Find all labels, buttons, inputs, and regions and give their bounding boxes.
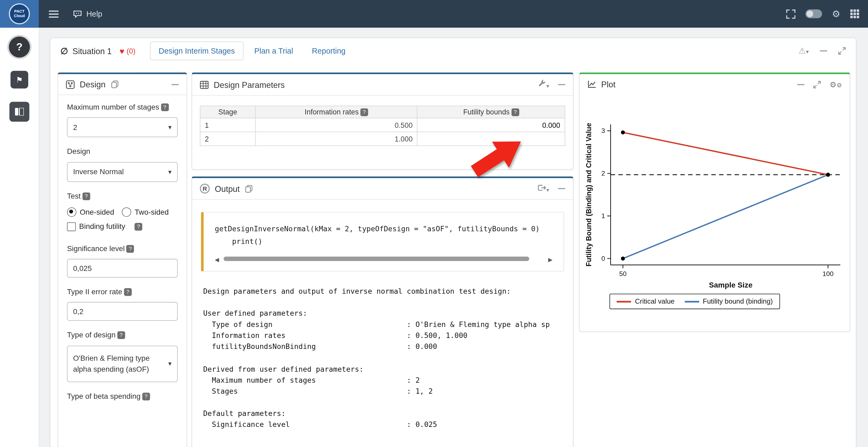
workspace-card: Situation 1 (0) Design Interim Stages Pl… — [50, 37, 857, 447]
design-panel: Design Maximum number of stages 2 Design… — [58, 72, 187, 447]
scroll-right-icon[interactable] — [548, 255, 553, 263]
max-stages-label: Maximum number of stages — [67, 102, 178, 113]
scrollbar-thumb[interactable] — [223, 257, 529, 261]
tab-reporting[interactable]: Reporting — [304, 42, 354, 60]
collapse-output-button[interactable] — [558, 188, 565, 189]
collapse-parameters-button[interactable] — [558, 84, 565, 85]
chevron-down-icon — [806, 47, 809, 55]
fullscreen-icon[interactable] — [786, 9, 795, 19]
warnings-dropdown[interactable] — [799, 46, 809, 56]
help-circle-button[interactable] — [9, 36, 30, 57]
svg-text:2: 2 — [601, 170, 605, 177]
plot-panel: Plot 012350100Futility Bound (Binding) a… — [579, 72, 850, 332]
type-of-design-label: Type of design — [67, 330, 178, 341]
beta-spending-label: Type of beta spending — [67, 391, 178, 402]
favorites-button[interactable]: (0) — [119, 46, 135, 56]
legend-item: Critical value — [617, 298, 675, 305]
svg-text:3: 3 — [601, 127, 605, 134]
expand-workspace-icon[interactable] — [838, 47, 846, 55]
help-badge-icon[interactable] — [126, 245, 134, 253]
test-radio-group: One-sided Two-sided — [67, 207, 178, 216]
col-header-stage: Stage — [200, 106, 255, 118]
help-button[interactable]: Help — [73, 9, 102, 18]
futility-bound-cell[interactable]: 0.000 — [417, 118, 565, 132]
gear-icon — [837, 80, 842, 89]
significance-input[interactable] — [67, 259, 178, 278]
legend-line-swatch — [617, 301, 631, 302]
radio-one-sided[interactable] — [67, 207, 76, 216]
main-area: Situation 1 (0) Design Interim Stages Pl… — [39, 28, 868, 447]
plot-canvas: 012350100Futility Bound (Binding) and Cr… — [584, 116, 844, 278]
chevron-down-icon — [547, 185, 549, 194]
tab-plan-a-trial[interactable]: Plan a Trial — [246, 42, 301, 60]
type-of-design-select[interactable]: O'Brien & Fleming type alpha spending (a… — [67, 345, 178, 382]
r-logo-icon: R — [200, 183, 210, 194]
radio-two-sided-label: Two-sided — [135, 208, 169, 216]
tab-design-interim-stages[interactable]: Design Interim Stages — [150, 41, 244, 60]
logo-text-bottom: Cloud — [14, 14, 25, 18]
settings-gear-icon[interactable] — [832, 8, 840, 20]
logo-text-top: PACT — [14, 10, 24, 14]
divider — [192, 95, 573, 96]
legend-item: Futility bound (binding) — [685, 298, 773, 305]
information-rate-cell[interactable]: 1.000 — [255, 132, 417, 146]
copy-icon[interactable] — [111, 80, 119, 89]
binding-futility-label: Binding futility — [79, 222, 125, 231]
wrench-icon — [538, 79, 547, 88]
design-parameters-title: Design Parameters — [214, 80, 285, 89]
help-badge-icon[interactable] — [117, 332, 125, 339]
expand-plot-icon[interactable] — [813, 80, 821, 88]
pact-cloud-logo-icon: PACT Cloud — [9, 3, 30, 24]
type2-error-input[interactable] — [67, 302, 178, 321]
table-icon — [200, 80, 209, 89]
x-axis-label: Sample Size — [615, 281, 847, 289]
flag-button[interactable] — [10, 71, 28, 89]
design-select[interactable]: Inverse Normal — [67, 162, 178, 182]
apps-grid-icon[interactable] — [850, 9, 859, 18]
binding-futility-row: Binding futility — [67, 222, 178, 231]
code-block: getDesignInverseNormal(kMax = 2, typeOfD… — [201, 212, 564, 271]
copy-icon[interactable] — [245, 184, 253, 193]
help-badge-icon[interactable] — [142, 392, 150, 400]
binding-futility-checkbox[interactable] — [67, 222, 76, 231]
hamburger-menu-icon[interactable] — [49, 10, 59, 18]
design-panel-title: Design — [80, 79, 105, 89]
help-badge-icon[interactable] — [360, 108, 368, 116]
help-badge-icon[interactable] — [511, 108, 519, 116]
help-badge-icon[interactable] — [82, 192, 90, 200]
panel-layout-icon — [15, 108, 24, 115]
svg-text:100: 100 — [823, 270, 833, 277]
gear-icon — [830, 80, 837, 89]
design-label: Design — [67, 146, 178, 157]
plot-settings-icon[interactable] — [830, 80, 842, 89]
stage-cell: 2 — [200, 132, 255, 146]
radio-one-sided-label: One-sided — [80, 208, 114, 216]
max-stages-select[interactable]: 2 — [67, 117, 178, 137]
collapse-design-button[interactable] — [172, 84, 179, 85]
help-badge-icon[interactable] — [161, 103, 169, 111]
left-sidebar — [0, 28, 39, 447]
help-badge-icon[interactable] — [135, 223, 143, 231]
help-badge-icon[interactable] — [124, 288, 132, 296]
tab-bar: Design Interim Stages Plan a Trial Repor… — [150, 41, 354, 60]
help-chat-icon — [73, 10, 82, 18]
situation-label: Situation 1 — [72, 46, 112, 56]
scroll-left-icon[interactable] — [215, 255, 219, 263]
favorite-count: (0) — [127, 47, 135, 55]
tools-dropdown[interactable] — [538, 79, 549, 90]
output-text: Design parameters and output of inverse … — [203, 286, 564, 431]
radio-two-sided[interactable] — [122, 207, 131, 216]
situation-title: Situation 1 — [60, 45, 112, 56]
top-navbar: PACT Cloud Help — [0, 0, 868, 28]
null-set-icon — [60, 45, 68, 56]
collapse-plot-button[interactable] — [797, 84, 804, 85]
export-dropdown[interactable] — [537, 183, 549, 194]
col-header-information-rates: Information rates — [255, 106, 417, 118]
legend-line-swatch — [685, 301, 699, 302]
information-rate-cell[interactable]: 0.500 — [255, 118, 417, 132]
code-text: getDesignInverseNormal(kMax = 2, typeOfD… — [215, 222, 553, 248]
panels-button-active[interactable] — [9, 102, 29, 122]
collapse-workspace-button[interactable] — [820, 50, 827, 51]
theme-toggle[interactable] — [805, 9, 822, 18]
app-logo[interactable]: PACT Cloud — [0, 0, 39, 28]
